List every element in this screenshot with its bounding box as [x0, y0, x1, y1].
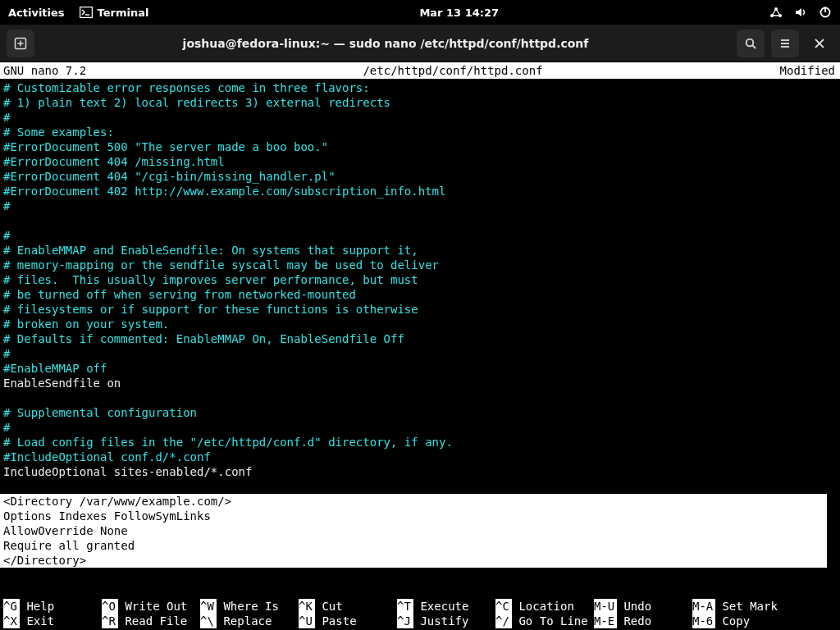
- nano-shortcut-key: M-U: [594, 599, 617, 614]
- nano-shortcut: ^J Justify: [397, 614, 495, 628]
- editor-line: #ErrorDocument 500 "The server made a bo…: [3, 139, 837, 154]
- nano-version: GNU nano 7.2: [0, 64, 148, 77]
- editor-line: # Load config files in the "/etc/httpd/c…: [3, 435, 837, 450]
- nano-shortcut-label: Undo: [617, 599, 651, 614]
- editor-line: # 1) plain text 2) local redirects 3) ex…: [3, 95, 837, 110]
- editor-line: #IncludeOptional conf.d/*.conf: [3, 450, 837, 464]
- editor-line: # be turned off when serving from networ…: [3, 287, 837, 302]
- editor-line: # EnableMMAP and EnableSendfile: On syst…: [3, 243, 837, 258]
- terminal-titlebar: joshua@fedora-linux:~ — sudo nano /etc/h…: [0, 25, 840, 62]
- editor-line: Options Indexes FollowSymLinks: [3, 509, 837, 523]
- hamburger-menu-button[interactable]: [771, 30, 799, 57]
- nano-shortcut: ^O Write Out: [102, 599, 200, 614]
- nano-shortcut: ^W Where Is: [200, 599, 299, 614]
- gnome-topbar: Activities Terminal Mar 13 14:27: [0, 0, 840, 25]
- editor-line: # Some examples:: [3, 125, 837, 139]
- volume-icon[interactable]: [794, 7, 807, 18]
- editor-line: IncludeOptional sites-enabled/*.conf: [3, 464, 837, 479]
- editor-line: #: [3, 228, 837, 243]
- nano-shortcut-label: Replace: [217, 614, 272, 628]
- nano-shortcut-label: Redo: [617, 614, 651, 628]
- editor-line: # files. This usually improves server pe…: [3, 272, 837, 287]
- editor-line: # filesystems or if support for these fu…: [3, 302, 837, 317]
- nano-shortcut: M-U Undo: [594, 599, 692, 614]
- nano-shortcut-label: Where Is: [217, 599, 279, 614]
- editor-line: # Defaults if commented: EnableMMAP On, …: [3, 331, 837, 346]
- nano-shortcut: M-6 Copy: [692, 614, 791, 628]
- nano-shortcut-label: Execute: [413, 599, 468, 614]
- nano-shortcut-key: ^O: [102, 599, 118, 614]
- nano-shortcut-bar: ^G Help^O Write Out^W Where Is^K Cut^T E…: [3, 599, 837, 628]
- nano-shortcut: ^/ Go To Line: [495, 614, 594, 628]
- nano-shortcut-key: ^U: [299, 614, 315, 628]
- nano-shortcut-key: ^T: [397, 599, 413, 614]
- nano-shortcut-label: Paste: [315, 614, 357, 628]
- editor-line: [3, 213, 837, 228]
- nano-shortcut-key: ^C: [495, 599, 512, 614]
- power-icon[interactable]: [819, 6, 832, 19]
- nano-shortcut-label: Cut: [315, 599, 343, 614]
- network-icon[interactable]: [769, 7, 783, 18]
- new-tab-button[interactable]: [7, 30, 34, 57]
- close-window-button[interactable]: [806, 30, 833, 57]
- editor-line: #: [3, 199, 837, 213]
- editor-line: #ErrorDocument 402 http://www.example.co…: [3, 184, 837, 199]
- nano-shortcut: ^T Execute: [397, 599, 495, 614]
- editor-line: #EnableMMAP off: [3, 361, 837, 376]
- nano-shortcut: ^\ Replace: [200, 614, 299, 628]
- nano-shortcut-label: Write Out: [118, 599, 187, 614]
- nano-shortcut-key: M-A: [692, 599, 715, 614]
- nano-shortcut-label: Help: [20, 599, 54, 614]
- nano-shortcut-label: Set Mark: [715, 599, 778, 614]
- active-app-label: Terminal: [98, 7, 149, 19]
- nano-shortcut-key: ^G: [3, 599, 20, 614]
- editor-line: EnableSendfile on: [3, 376, 837, 390]
- window-title: joshua@fedora-linux:~ — sudo nano /etc/h…: [41, 37, 730, 50]
- editor-line: #: [3, 420, 837, 435]
- editor-line: [3, 390, 837, 405]
- nano-modified-indicator: Modified: [758, 64, 840, 77]
- nano-shortcut: ^R Read File: [102, 614, 200, 628]
- nano-shortcut-label: Location: [512, 599, 574, 614]
- nano-shortcut-label: Justify: [413, 614, 468, 628]
- editor-line: #: [3, 110, 837, 125]
- activities-button[interactable]: Activities: [8, 7, 65, 19]
- nano-shortcut-label: Copy: [715, 614, 750, 628]
- editor-line: # Supplemental configuration: [3, 405, 837, 420]
- nano-shortcut: ^U Paste: [299, 614, 397, 628]
- editor-line: # broken on your system.: [3, 317, 837, 331]
- nano-shortcut: ^G Help: [3, 599, 102, 614]
- active-app-indicator[interactable]: Terminal: [80, 7, 149, 19]
- nano-shortcut-label: Read File: [118, 614, 187, 628]
- nano-shortcut-key: ^W: [200, 599, 217, 614]
- svg-point-10: [746, 39, 754, 46]
- editor-line: Require all granted: [3, 538, 837, 553]
- nano-shortcut-label: Exit: [20, 614, 54, 628]
- nano-shortcut-key: ^R: [102, 614, 118, 628]
- nano-file-path: /etc/httpd/conf/httpd.conf: [148, 64, 758, 77]
- clock[interactable]: Mar 13 14:27: [148, 7, 769, 19]
- nano-shortcut: M-A Set Mark: [692, 599, 791, 614]
- search-button[interactable]: [737, 30, 765, 57]
- nano-shortcut: ^K Cut: [299, 599, 397, 614]
- editor-line: AllowOverride None: [3, 523, 837, 538]
- nano-shortcut: ^X Exit: [3, 614, 102, 628]
- nano-shortcut-key: ^\: [200, 614, 217, 628]
- editor-line: # memory-mapping or the sendfile syscall…: [3, 258, 837, 272]
- editor-line: # Customizable error responses come in t…: [3, 80, 837, 95]
- nano-shortcut-key: ^/: [495, 614, 512, 628]
- nano-shortcut: ^C Location: [495, 599, 594, 614]
- nano-shortcut: M-E Redo: [594, 614, 692, 628]
- nano-shortcut-key: ^K: [299, 599, 315, 614]
- nano-shortcut-label: Go To Line: [512, 614, 588, 628]
- terminal-icon: [80, 7, 93, 18]
- nano-status-bar: GNU nano 7.2 /etc/httpd/conf/httpd.conf …: [0, 62, 840, 79]
- svg-rect-0: [80, 7, 92, 18]
- editor-line: #ErrorDocument 404 "/cgi-bin/missing_han…: [3, 169, 837, 184]
- editor-line: #: [3, 346, 837, 361]
- nano-editor-area[interactable]: # Customizable error responses come in t…: [0, 79, 840, 571]
- editor-line: <Directory /var/www/example.com/>: [3, 494, 837, 509]
- editor-line: [3, 479, 837, 494]
- nano-shortcut-key: M-6: [692, 614, 715, 628]
- editor-line: </Directory>: [3, 553, 837, 568]
